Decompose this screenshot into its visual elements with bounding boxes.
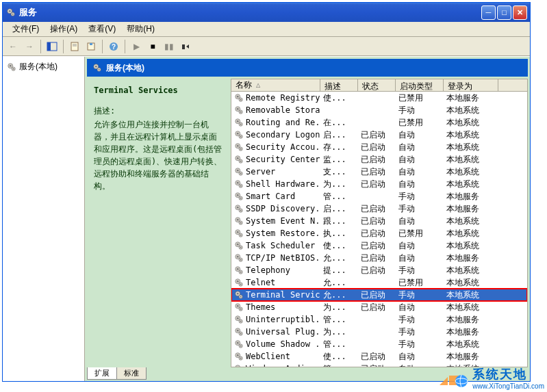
service-row[interactable]: Volume Shadow ...管...手动本地系统	[231, 338, 527, 350]
service-desc: 启...	[320, 129, 358, 141]
minimize-button[interactable]: ─	[481, 5, 496, 20]
col-status[interactable]: 状态	[358, 79, 396, 91]
service-start: 自动	[396, 351, 444, 363]
menu-action[interactable]: 操作(A)	[44, 22, 83, 36]
menu-file[interactable]: 文件(F)	[7, 22, 44, 36]
service-logon: 本地系统	[444, 277, 498, 289]
service-name: Windows Audio	[246, 364, 310, 367]
service-logon: 本地系统	[444, 228, 498, 239]
service-row[interactable]: System Restore...执...已启动已禁用本地系统	[231, 227, 527, 239]
service-name: TCP/IP NetBIOS...	[246, 253, 320, 263]
service-name: Universal Plug...	[246, 327, 320, 337]
service-row[interactable]: Task Scheduler使...已启动自动本地系统	[231, 239, 527, 252]
gears-icon	[234, 265, 244, 275]
service-desc: 提...	[320, 265, 358, 276]
export-button[interactable]	[84, 39, 99, 54]
pause-service-button[interactable]: ▮▮	[162, 39, 177, 54]
service-row[interactable]: Security Center监...已启动自动本地系统	[231, 153, 527, 166]
service-name: System Restore...	[246, 228, 320, 238]
service-name: Telephony	[246, 265, 290, 275]
service-row[interactable]: Uninterruptibl...管...手动本地服务	[231, 313, 527, 326]
svg-rect-18	[182, 44, 185, 49]
service-logon: 本地系统	[444, 215, 498, 227]
menu-help[interactable]: 帮助(H)	[121, 22, 160, 36]
help-button[interactable]: ?	[106, 39, 121, 54]
col-name[interactable]: 名称△	[231, 79, 320, 91]
service-row[interactable]: SSDP Discovery...启...已启动手动本地服务	[231, 202, 527, 215]
service-logon: 本地系统	[444, 142, 498, 153]
service-row[interactable]: Server支...已启动自动本地系统	[231, 166, 527, 178]
col-desc[interactable]: 描述	[320, 79, 358, 91]
service-start: 自动	[396, 166, 444, 178]
service-row[interactable]: Shell Hardware...为...已启动自动本地系统	[231, 178, 527, 190]
client-area: 服务(本地) 服务(本地) Terminal Services 描述: 允许多位…	[3, 56, 530, 381]
service-desc: 为...	[320, 179, 358, 190]
svg-rect-12	[71, 42, 78, 51]
service-row[interactable]: Remote Registry使...已禁用本地服务	[231, 92, 527, 104]
service-row[interactable]: Terminal Services允...已启动手动本地系统	[231, 289, 527, 301]
list-body[interactable]: Remote Registry使...已禁用本地服务Removable Stor…	[231, 92, 527, 367]
back-button[interactable]: ←	[5, 39, 21, 54]
service-logon: 本地系统	[444, 105, 498, 116]
tab-standard[interactable]: 标准	[116, 367, 147, 380]
service-row[interactable]: Secondary Logon启...已启动自动本地系统	[231, 129, 527, 141]
service-logon: 本地服务	[444, 252, 498, 264]
service-status: 已启动	[358, 289, 396, 301]
service-row[interactable]: TCP/IP NetBIOS...允...已启动自动本地服务	[231, 252, 527, 264]
service-name: Telnet	[246, 278, 275, 287]
service-name: SSDP Discovery...	[246, 204, 320, 213]
service-logon: 本地系统	[444, 117, 498, 129]
close-button[interactable]: ✕	[513, 5, 527, 20]
gears-icon	[234, 278, 244, 287]
start-service-button[interactable]: ▶	[129, 39, 144, 54]
col-logon[interactable]: 登录为	[444, 79, 498, 91]
maximize-button[interactable]: □	[497, 5, 511, 20]
gears-icon	[234, 302, 244, 312]
titlebar[interactable]: 服务 ─ □ ✕	[3, 3, 530, 22]
service-logon: 本地系统	[444, 265, 498, 276]
service-status: 已启动	[358, 179, 396, 190]
service-row[interactable]: Telephony提...已启动手动本地系统	[231, 264, 527, 276]
service-logon: 本地系统	[444, 129, 498, 141]
service-start: 自动	[396, 142, 444, 153]
properties-button[interactable]	[67, 39, 82, 54]
service-row[interactable]: Security Accou...存...已启动自动本地系统	[231, 141, 527, 153]
service-row[interactable]: Telnet允...已禁用本地系统	[231, 276, 527, 289]
tree-root-label: 服务(本地)	[19, 61, 58, 73]
svg-rect-11	[47, 42, 51, 51]
col-start[interactable]: 启动类型	[396, 79, 444, 91]
show-hide-button[interactable]	[44, 39, 60, 54]
gears-icon	[234, 179, 244, 189]
service-start: 已禁用	[396, 92, 444, 104]
tree-root-item[interactable]: 服务(本地)	[5, 60, 81, 74]
gears-icon	[234, 105, 244, 115]
gears-icon	[234, 167, 244, 177]
service-desc: 管...	[320, 191, 358, 202]
service-row[interactable]: Removable Storage手动本地系统	[231, 104, 527, 116]
restart-service-button[interactable]	[178, 39, 193, 54]
tree-panel: 服务(本地)	[3, 57, 85, 381]
service-row[interactable]: Routing and Re...在...已禁用本地系统	[231, 116, 527, 129]
gears-icon	[234, 155, 244, 164]
forward-button[interactable]: →	[22, 39, 37, 54]
service-row[interactable]: Universal Plug...为...手动本地服务	[231, 326, 527, 338]
service-start: 手动	[396, 203, 444, 215]
service-desc: 允...	[320, 277, 358, 289]
service-row[interactable]: Smart Card管...手动本地服务	[231, 190, 527, 202]
header-band-title: 服务(本地)	[106, 62, 144, 74]
service-start: 手动	[396, 339, 444, 350]
gears-icon	[234, 118, 244, 127]
tab-extended[interactable]: 扩展	[87, 367, 117, 380]
service-start: 手动	[396, 289, 444, 301]
gears-icon	[234, 253, 244, 263]
service-start: 手动	[396, 326, 444, 338]
stop-service-button[interactable]: ■	[145, 39, 160, 54]
menu-view[interactable]: 查看(V)	[83, 22, 121, 36]
service-row[interactable]: System Event N...跟...已启动自动本地系统	[231, 215, 527, 227]
service-desc: 监...	[320, 154, 358, 166]
service-row[interactable]: Themes为...已启动自动本地系统	[231, 301, 527, 313]
service-name: Secondary Logon	[246, 130, 320, 140]
gears-icon	[234, 142, 244, 152]
service-status: 已启动	[358, 252, 396, 264]
service-row[interactable]: WebClient使...已启动自动本地服务	[231, 350, 527, 363]
